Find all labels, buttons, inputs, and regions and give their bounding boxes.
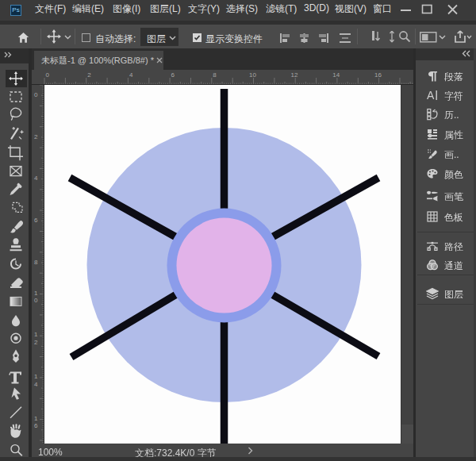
svg-text:4: 4 xyxy=(129,71,133,79)
svg-text:2: 2 xyxy=(87,71,91,79)
svg-text:0: 0 xyxy=(34,297,38,304)
svg-text:14: 14 xyxy=(332,71,340,79)
svg-text:0: 0 xyxy=(34,91,38,98)
svg-text:1: 1 xyxy=(34,331,38,338)
svg-text:1: 1 xyxy=(34,290,38,297)
svg-text:0: 0 xyxy=(46,71,50,79)
svg-text:2: 2 xyxy=(34,133,38,140)
svg-text:2: 2 xyxy=(34,339,38,346)
svg-text:1: 1 xyxy=(34,373,38,380)
svg-text:4: 4 xyxy=(34,175,38,182)
svg-text:1: 1 xyxy=(34,415,38,422)
svg-text:A: A xyxy=(427,89,435,102)
svg-text:6: 6 xyxy=(34,422,38,429)
svg-text:6: 6 xyxy=(34,217,38,224)
svg-text:4: 4 xyxy=(34,381,38,388)
svg-text:6: 6 xyxy=(171,71,175,79)
svg-text:8: 8 xyxy=(34,259,38,266)
svg-text:10: 10 xyxy=(249,71,256,79)
svg-text:12: 12 xyxy=(291,71,298,79)
svg-text:8: 8 xyxy=(213,71,217,79)
svg-text:16: 16 xyxy=(374,71,382,79)
